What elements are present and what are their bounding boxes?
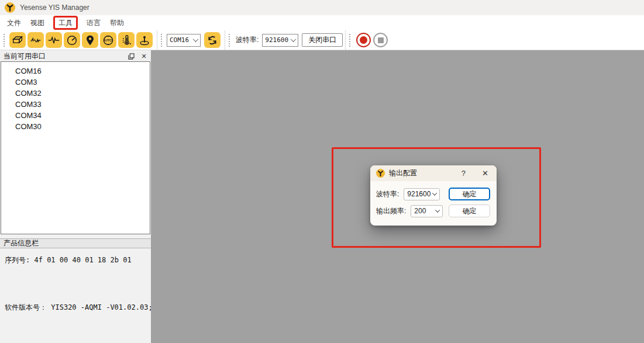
- pressure-stick-icon: [138, 34, 151, 47]
- title-bar: Yesense YIS Manager: [0, 0, 644, 15]
- gauge-button[interactable]: [64, 32, 80, 48]
- dialog-freq-value: 200: [414, 207, 426, 215]
- dialog-body: 波特率: 921600 确定 输出频率: 200 确定: [370, 181, 497, 217]
- thermometer-icon: [120, 34, 133, 47]
- panel-float-button[interactable]: [128, 53, 135, 60]
- software-version-value: YIS320 -AQMI -V01.02.03;: [51, 303, 152, 311]
- ports-panel-header: 当前可用串口 ✕: [0, 51, 151, 61]
- panel-splitter[interactable]: [0, 234, 151, 238]
- refresh-sync-icon: [206, 34, 218, 46]
- waveform-angle-icon: [29, 34, 42, 47]
- float-window-icon: [128, 53, 135, 60]
- list-item-port[interactable]: COM33: [1, 99, 150, 110]
- toolbar-drag-handle[interactable]: [4, 34, 6, 47]
- dialog-help-button[interactable]: ?: [460, 169, 467, 178]
- yesense-logo-icon: [376, 169, 385, 178]
- record-icon: [360, 36, 367, 44]
- chevron-down-icon: [193, 36, 199, 42]
- dialog-baud-select[interactable]: 921600: [404, 188, 440, 200]
- stop-button[interactable]: [373, 33, 388, 47]
- dialog-freq-select[interactable]: 200: [411, 205, 443, 217]
- list-item-port[interactable]: COM32: [1, 88, 150, 99]
- chevron-down-icon: [435, 207, 440, 212]
- dialog-close-button[interactable]: ✕: [481, 169, 490, 178]
- port-select-value: COM16: [170, 36, 189, 44]
- product-info-body: 序列号: 4f 01 00 40 01 18 2b 01 软件版本号： YIS3…: [0, 248, 151, 343]
- menu-bar: 文件 视图 工具 语言 帮助: [0, 15, 644, 30]
- menu-item-view[interactable]: 视图: [26, 16, 49, 30]
- product-info-title: 产品信息栏: [4, 238, 39, 248]
- port-select[interactable]: COM16: [167, 34, 201, 47]
- product-info-header: 产品信息栏: [0, 238, 151, 248]
- chevron-down-icon: [291, 36, 297, 42]
- menu-item-tools[interactable]: 工具: [49, 16, 82, 30]
- toolbar-group-record: [345, 30, 390, 50]
- software-version-label: 软件版本号：: [5, 303, 47, 311]
- dialog-freq-label: 输出频率:: [376, 206, 406, 216]
- software-version-line: 软件版本号： YIS320 -AQMI -V01.02.03;: [5, 303, 146, 313]
- content-area: 当前可用串口 ✕ COM16 COM3 COM32 COM33 COM34 CO…: [0, 50, 644, 343]
- gauge-icon: [66, 34, 78, 47]
- toolbar-group-baud: 波特率: 921600 关闭串口: [225, 30, 345, 50]
- menu-item-file[interactable]: 文件: [2, 16, 26, 30]
- signal-wave-button[interactable]: [46, 32, 62, 48]
- close-port-button[interactable]: 关闭串口: [302, 33, 343, 47]
- serial-number-value: 4f 01 00 40 01 18 2b 01: [34, 256, 131, 264]
- temperature-button[interactable]: [118, 32, 135, 48]
- left-sidebar: 当前可用串口 ✕ COM16 COM3 COM32 COM33 COM34 CO…: [0, 50, 151, 343]
- serial-number-label: 序列号:: [5, 256, 30, 264]
- yesense-logo-icon: [5, 2, 15, 13]
- utc-clock-icon: UTC: [102, 34, 115, 47]
- toolbar-drag-handle[interactable]: [229, 34, 232, 47]
- utc-time-button[interactable]: UTC: [100, 32, 116, 48]
- toolbar-drag-handle[interactable]: [161, 34, 164, 47]
- pressure-button[interactable]: [136, 32, 153, 48]
- freq-confirm-button[interactable]: 确定: [449, 205, 490, 217]
- dialog-title: 输出配置: [389, 168, 417, 178]
- baud-select[interactable]: 921600: [262, 34, 298, 47]
- refresh-ports-button[interactable]: [204, 32, 221, 48]
- list-item-port[interactable]: COM34: [1, 110, 150, 121]
- main-workspace: 输出配置 ? ✕ 波特率: 921600 确定 输出频率:: [151, 50, 644, 343]
- chevron-down-icon: [432, 190, 437, 195]
- ports-panel-title: 当前可用串口: [4, 51, 46, 61]
- ports-list: COM16 COM3 COM32 COM33 COM34 COM30: [1, 61, 150, 234]
- window-title: Yesense YIS Manager: [20, 4, 89, 12]
- output-config-dialog: 输出配置 ? ✕ 波特率: 921600 确定 输出频率:: [370, 165, 497, 226]
- serial-number-line: 序列号: 4f 01 00 40 01 18 2b 01: [5, 255, 146, 265]
- 3d-view-button[interactable]: [9, 32, 26, 48]
- location-pin-icon: [84, 34, 97, 47]
- baud-rate-label: 波特率:: [236, 35, 259, 45]
- annotation-box-tools: 工具: [53, 16, 78, 30]
- baud-confirm-button[interactable]: 确定: [449, 188, 490, 200]
- stop-icon: [378, 37, 384, 43]
- waveform-spike-icon: [47, 34, 60, 47]
- dialog-baud-label: 波特率:: [376, 189, 399, 199]
- output-rate-row: 输出频率: 200 确定: [376, 205, 490, 217]
- dialog-title-bar: 输出配置 ? ✕: [370, 165, 497, 181]
- app-window: Yesense YIS Manager 文件 视图 工具 语言 帮助: [0, 0, 644, 343]
- svg-text:UTC: UTC: [105, 39, 112, 42]
- location-button[interactable]: [82, 32, 98, 48]
- baud-select-value: 921600: [265, 36, 288, 44]
- toolbar-group-port: COM16: [157, 30, 225, 50]
- baud-rate-row: 波特率: 921600 确定: [376, 188, 490, 200]
- dialog-baud-value: 921600: [407, 190, 431, 198]
- list-item-port[interactable]: COM30: [1, 121, 150, 132]
- record-button[interactable]: [356, 33, 371, 47]
- panel-close-button[interactable]: ✕: [140, 53, 147, 60]
- toolbar-drag-handle[interactable]: [349, 34, 352, 47]
- toolbar: UTC COM16: [0, 30, 644, 50]
- menu-item-help[interactable]: 帮助: [105, 16, 129, 30]
- menu-item-language[interactable]: 语言: [82, 16, 105, 30]
- cube-3d-icon: [11, 34, 24, 47]
- list-item-port[interactable]: COM3: [1, 77, 150, 88]
- list-item-port[interactable]: COM16: [1, 65, 150, 77]
- toolbar-group-views: UTC: [0, 30, 157, 50]
- data-curve-button[interactable]: [27, 32, 44, 48]
